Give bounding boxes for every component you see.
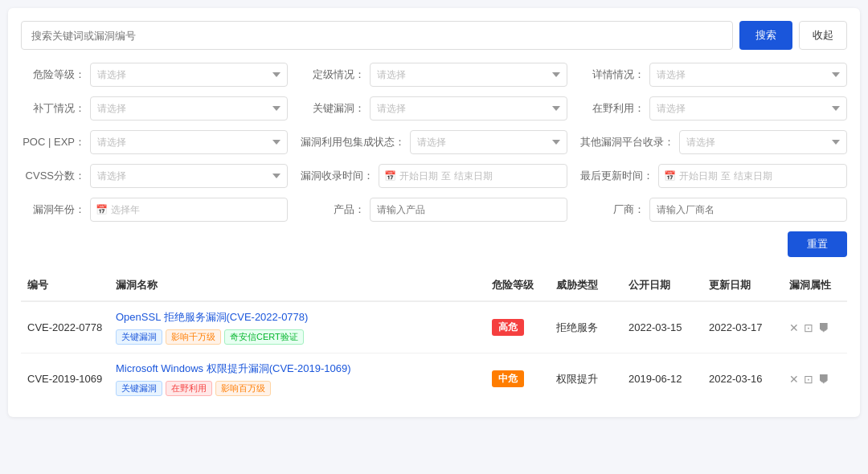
filter-other-platform: 其他漏洞平台收录： 请选择 — [580, 130, 847, 154]
filter-update-date-label: 最后更新时间： — [580, 169, 653, 183]
filter-other-platform-label: 其他漏洞平台收录： — [580, 135, 674, 149]
filter-product: 产品： — [301, 198, 567, 222]
reset-button[interactable]: 重置 — [788, 231, 847, 257]
filter-collect-date-label: 漏洞收录时间： — [301, 169, 374, 183]
filter-wild-select[interactable]: 请选择 — [649, 96, 847, 121]
vuln-tag: 在野利用 — [166, 381, 212, 396]
cell-pubdate: 2019-06-12 — [622, 353, 702, 405]
vuln-tag: 关键漏洞 — [116, 329, 162, 345]
filter-cvss: CVSS分数： 请选择 — [21, 164, 288, 188]
filter-collect-date-range[interactable]: 📅 开始日期 至 结束日期 — [379, 164, 567, 188]
update-date-to: 结束日期 — [734, 170, 772, 183]
filter-poc-exp-select[interactable]: 请选择 — [90, 130, 288, 154]
vuln-tag: 奇安信CERT验证 — [224, 329, 304, 345]
table-header-row: 编号 漏洞名称 危险等级 威胁类型 公开日期 更新日期 漏洞属性 — [21, 270, 847, 301]
cell-actions: ✕⊡⛊ — [783, 301, 847, 353]
filter-year-label: 漏洞年份： — [21, 202, 85, 217]
filter-exploit-kit: 漏洞利用包集成状态： 请选择 — [301, 130, 567, 154]
cell-id: CVE-2019-1069 — [21, 353, 109, 405]
filter-wild-label: 在野利用： — [580, 101, 645, 116]
filter-key-vuln-label: 关键漏洞： — [301, 101, 365, 116]
filter-collect-date: 漏洞收录时间： 📅 开始日期 至 结束日期 — [301, 164, 567, 188]
search-input[interactable] — [21, 21, 733, 50]
filter-rating: 定级情况： 请选择 — [301, 63, 567, 87]
calendar-icon-update: 📅 — [664, 170, 676, 182]
filter-rating-select[interactable]: 请选择 — [370, 63, 567, 87]
vuln-link[interactable]: OpenSSL 拒绝服务漏洞(CVE-2022-0778) — [116, 310, 479, 325]
filter-poc-exp-label: POC | EXP： — [21, 135, 85, 149]
cell-level: 高危 — [485, 301, 550, 353]
cell-name: OpenSSL 拒绝服务漏洞(CVE-2022-0778)关键漏洞影响千万级奇安… — [109, 301, 485, 353]
collapse-toggle-button[interactable]: 收起 — [799, 21, 847, 50]
col-header-name: 漏洞名称 — [109, 270, 485, 301]
filter-patch-select[interactable]: 请选择 — [90, 96, 288, 121]
filter-product-input[interactable] — [370, 198, 567, 222]
table-row: CVE-2022-0778OpenSSL 拒绝服务漏洞(CVE-2022-077… — [21, 301, 847, 353]
filter-row-5: 漏洞年份： 📅 选择年 产品： 厂商： — [21, 198, 847, 222]
year-placeholder: 选择年 — [111, 203, 140, 217]
filter-cvss-select[interactable]: 请选择 — [90, 164, 288, 188]
calendar-icon-year: 📅 — [96, 204, 108, 215]
filter-row-4: CVSS分数： 请选择 漏洞收录时间： 📅 开始日期 至 结束日期 最后更新时间… — [21, 164, 847, 188]
reset-row: 重置 — [21, 231, 847, 257]
col-header-attr: 漏洞属性 — [783, 270, 847, 301]
col-header-id: 编号 — [21, 270, 109, 301]
filter-key-vuln-select[interactable]: 请选择 — [370, 96, 567, 121]
vuln-link[interactable]: Microsoft Windows 权限提升漏洞(CVE-2019-1069) — [116, 362, 479, 376]
filter-key-vuln: 关键漏洞： 请选择 — [301, 96, 567, 121]
col-header-pubdate: 公开日期 — [622, 270, 702, 301]
filter-row-3: POC | EXP： 请选择 漏洞利用包集成状态： 请选择 其他漏洞平台收录： … — [21, 130, 847, 154]
filter-year: 漏洞年份： 📅 选择年 — [21, 198, 288, 222]
filter-row-2: 补丁情况： 请选择 关键漏洞： 请选择 在野利用： 请选择 — [21, 96, 847, 121]
cell-name: Microsoft Windows 权限提升漏洞(CVE-2019-1069)关… — [109, 353, 485, 405]
filter-cvss-label: CVSS分数： — [21, 169, 85, 183]
filter-exploit-kit-label: 漏洞利用包集成状态： — [301, 135, 405, 149]
filter-poc-exp: POC | EXP： 请选择 — [21, 130, 288, 154]
filter-vendor-label: 厂商： — [580, 202, 645, 217]
filter-danger-level-label: 危险等级： — [21, 67, 85, 82]
cell-threat: 拒绝服务 — [550, 301, 622, 353]
vuln-tag: 关键漏洞 — [116, 381, 162, 396]
col-header-updatedate: 更新日期 — [702, 270, 783, 301]
filter-vendor-input[interactable] — [649, 198, 847, 222]
filter-detail-select[interactable]: 请选择 — [649, 63, 847, 87]
filter-detail-label: 详情情况： — [580, 67, 645, 82]
filter-year-picker[interactable]: 📅 选择年 — [90, 198, 288, 222]
cell-updatedate: 2022-03-17 — [702, 301, 783, 353]
filter-row-1: 危险等级： 请选择 定级情况： 请选择 详情情况： 请选择 — [21, 63, 847, 87]
filter-rating-label: 定级情况： — [301, 67, 365, 82]
vuln-table: 编号 漏洞名称 危险等级 威胁类型 公开日期 更新日期 漏洞属性 CVE-202… — [21, 270, 847, 404]
col-header-threat: 威胁类型 — [550, 270, 622, 301]
collect-date-from: 开始日期 — [399, 170, 438, 183]
collect-date-separator: 至 — [441, 170, 451, 183]
filter-update-date-range[interactable]: 📅 开始日期 至 结束日期 — [658, 164, 847, 188]
filter-danger-level: 危险等级： 请选择 — [21, 63, 288, 87]
search-button[interactable]: 搜索 — [739, 21, 792, 50]
vuln-tag: 影响百万级 — [215, 381, 271, 396]
col-header-level: 危险等级 — [485, 270, 550, 301]
filter-exploit-kit-select[interactable]: 请选择 — [410, 130, 567, 154]
filter-update-date: 最后更新时间： 📅 开始日期 至 结束日期 — [580, 164, 847, 188]
collect-date-to: 结束日期 — [454, 170, 493, 183]
copy-icon[interactable]: ⊡ — [804, 321, 813, 334]
update-date-from: 开始日期 — [679, 170, 718, 183]
search-bar: 搜索 重置 收起 — [21, 21, 847, 50]
close-icon[interactable]: ✕ — [789, 373, 799, 386]
filter-detail: 详情情况： 请选择 — [580, 63, 847, 87]
filter-patch: 补丁情况： 请选择 — [21, 96, 288, 121]
cell-updatedate: 2022-03-16 — [702, 353, 783, 405]
danger-badge: 高危 — [492, 319, 524, 336]
filter-other-platform-select[interactable]: 请选择 — [679, 130, 847, 154]
shield-icon[interactable]: ⛊ — [818, 373, 829, 386]
calendar-icon-collect: 📅 — [384, 170, 396, 182]
shield-icon[interactable]: ⛊ — [818, 321, 829, 334]
copy-icon[interactable]: ⊡ — [804, 373, 813, 386]
filter-patch-label: 补丁情况： — [21, 101, 85, 116]
filter-section: 危险等级： 请选择 定级情况： 请选择 详情情况： 请选择 补丁情况 — [21, 63, 847, 257]
cell-actions: ✕⊡⛊ — [783, 353, 847, 405]
update-date-separator: 至 — [721, 170, 731, 183]
close-icon[interactable]: ✕ — [789, 321, 799, 334]
filter-danger-level-select[interactable]: 请选择 — [90, 63, 288, 87]
filter-vendor: 厂商： — [580, 198, 847, 222]
cell-id: CVE-2022-0778 — [21, 301, 109, 353]
